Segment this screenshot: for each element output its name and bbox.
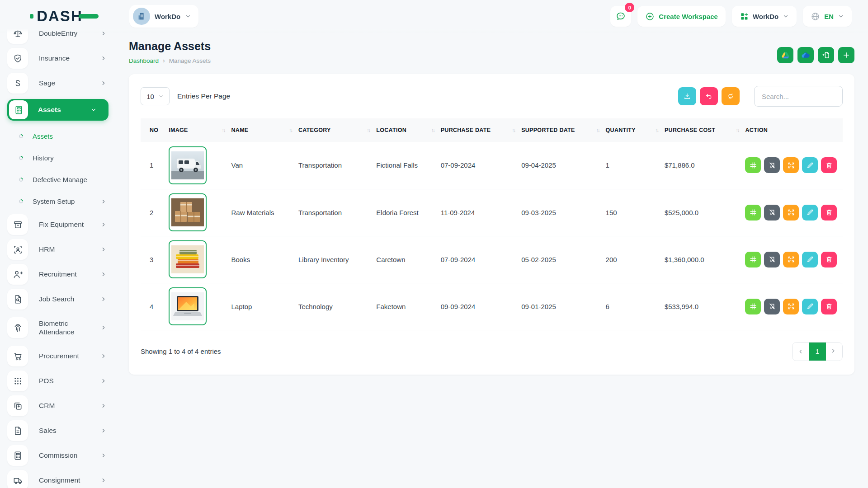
sidebar-item-assets[interactable]: Assets: [7, 99, 108, 121]
sort-icon: [736, 127, 739, 133]
duplicate-document-button[interactable]: [818, 47, 834, 63]
expand-icon: [787, 302, 795, 310]
entries-per-page-value: 10: [146, 93, 154, 100]
search-input[interactable]: [754, 86, 843, 107]
cell-supported-date: 05-02-2025: [521, 236, 605, 283]
delete-button[interactable]: [821, 205, 837, 221]
expand-button[interactable]: [783, 157, 799, 173]
workspace-name: WorkDo: [155, 13, 180, 20]
grid-dots-icon: [7, 371, 28, 391]
label-off-button[interactable]: [764, 299, 780, 314]
column-header-purchase-date[interactable]: PURCHASE DATE: [441, 118, 521, 142]
sidebar-item-sage[interactable]: Sage: [7, 74, 118, 92]
breadcrumb-dashboard-link[interactable]: Dashboard: [129, 57, 159, 64]
pagination-next-button[interactable]: [826, 343, 842, 361]
sidebar-item-commission[interactable]: Commission: [7, 446, 118, 465]
asset-image-books[interactable]: [169, 240, 207, 278]
shield-check-icon: [7, 48, 28, 69]
company-menu-label: WorkDo: [753, 13, 778, 20]
company-menu-button[interactable]: WorkDo: [732, 6, 797, 27]
delete-icon: [825, 161, 833, 169]
column-header-supported-date[interactable]: SUPPORTED DATE: [521, 118, 605, 142]
barcode-button[interactable]: [745, 252, 761, 267]
bullet-icon: [18, 198, 24, 204]
edit-button[interactable]: [802, 205, 818, 221]
cart-icon: [7, 346, 28, 366]
undo-button[interactable]: [700, 87, 718, 105]
delete-button[interactable]: [821, 299, 837, 314]
sidebar-item-hrm[interactable]: HRM: [7, 240, 118, 258]
chevron-down-icon: [838, 13, 844, 19]
sort-icon: [222, 127, 225, 133]
chevron-right-icon: [100, 324, 107, 331]
sidebar-item-job-search[interactable]: Job Search: [7, 290, 118, 308]
sidebar-item-biometric-attendance[interactable]: Biometric Attendance: [7, 315, 118, 340]
sidebar-subitem-history[interactable]: History: [7, 150, 118, 165]
create-workspace-button[interactable]: Create Workspace: [637, 6, 726, 27]
export-button[interactable]: [678, 87, 696, 105]
messages-button[interactable]: 0: [610, 6, 631, 27]
expand-button[interactable]: [783, 252, 799, 267]
sidebar-subitem-assets[interactable]: Assets: [7, 129, 118, 144]
sidebar-item-insurance[interactable]: Insurance: [7, 49, 118, 67]
google-drive-icon: [781, 51, 790, 59]
sidebar-item-crm[interactable]: CRM: [7, 397, 118, 415]
edit-button[interactable]: [802, 157, 818, 173]
cell-no: 1: [141, 142, 169, 189]
column-header-category[interactable]: CATEGORY: [298, 118, 376, 142]
label-off-button[interactable]: [764, 252, 780, 267]
workspace-switcher[interactable]: WorkDo: [129, 5, 198, 28]
cell-no: 3: [141, 236, 169, 283]
label-off-button[interactable]: [764, 205, 780, 221]
chevron-down-icon: [90, 107, 97, 113]
edit-button[interactable]: [802, 299, 818, 314]
delete-button[interactable]: [821, 252, 837, 267]
sidebar-item-consignment[interactable]: Consignment: [7, 471, 118, 488]
sidebar-item-fix-equipment[interactable]: Fix Equipment: [7, 216, 118, 234]
page-actions: [777, 47, 854, 63]
pagination-page-1-button[interactable]: 1: [809, 343, 826, 361]
onedrive-button[interactable]: [797, 47, 814, 63]
column-header-quantity[interactable]: QUANTITY: [606, 118, 665, 142]
label-off-button[interactable]: [764, 157, 780, 173]
archive-box-icon: [7, 214, 28, 235]
add-asset-button[interactable]: [838, 47, 854, 63]
cell-quantity: 6: [606, 283, 665, 330]
sidebar-item-sales[interactable]: Sales: [7, 422, 118, 440]
pagination-prev-button[interactable]: [793, 343, 809, 361]
delete-button[interactable]: [821, 157, 837, 173]
cell-supported-date: 09-03-2025: [521, 189, 605, 236]
barcode-button[interactable]: [745, 299, 761, 314]
expand-button[interactable]: [783, 299, 799, 314]
grid-plus-icon: [740, 12, 749, 21]
sidebar-item-pos[interactable]: POS: [7, 372, 118, 390]
chevron-left-icon: [797, 348, 804, 355]
barcode-button[interactable]: [745, 157, 761, 173]
refresh-button[interactable]: [722, 87, 740, 105]
column-header-image[interactable]: IMAGE: [169, 118, 231, 142]
plus-icon: [842, 51, 850, 59]
asset-image-raw-materials[interactable]: [169, 193, 207, 231]
cell-no: 4: [141, 283, 169, 330]
language-selector[interactable]: EN: [803, 6, 852, 27]
edit-button[interactable]: [802, 252, 818, 267]
row-actions: [745, 205, 838, 221]
column-header-name[interactable]: NAME: [231, 118, 298, 142]
sidebar-subitem-defective-manage[interactable]: Defective Manage: [7, 172, 118, 187]
entries-per-page-select[interactable]: 10: [141, 87, 170, 105]
asset-image-van[interactable]: [169, 146, 207, 184]
column-header-purchase-cost[interactable]: PURCHASE COST: [665, 118, 745, 142]
sidebar-item-recruitment[interactable]: Recruitment: [7, 265, 118, 283]
barcode-button[interactable]: [745, 205, 761, 221]
language-label: EN: [824, 13, 834, 20]
assets-table: NO IMAGE NAME CATEGORY LOCATION PURCHASE…: [141, 118, 843, 330]
sidebar-item-procurement[interactable]: Procurement: [7, 347, 118, 365]
cell-purchase-date: 11-09-2024: [441, 189, 521, 236]
column-header-no[interactable]: NO: [141, 118, 169, 142]
cell-purchase-cost: $525,000.0: [665, 189, 745, 236]
sidebar-subitem-system-setup[interactable]: System Setup: [7, 194, 118, 209]
asset-image-laptop[interactable]: [169, 287, 207, 325]
expand-button[interactable]: [783, 205, 799, 221]
column-header-location[interactable]: LOCATION: [376, 118, 440, 142]
google-drive-button[interactable]: [777, 47, 793, 63]
